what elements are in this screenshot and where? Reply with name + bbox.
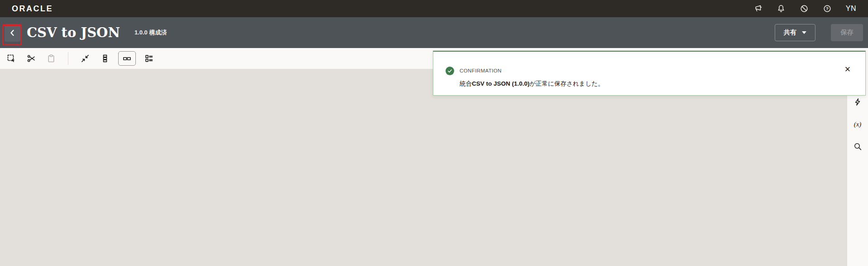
toolbar-divider — [68, 52, 68, 65]
search-icon[interactable] — [853, 141, 863, 151]
paste-icon[interactable] — [44, 52, 58, 65]
notifications-icon[interactable] — [777, 4, 786, 13]
integration-header: CSV to JSON 1.0.0 構成済 共有 保存 — [0, 17, 868, 48]
variables-icon[interactable]: (x) — [853, 119, 863, 129]
version-status-badge: 1.0.0 構成済 — [134, 29, 167, 37]
chevron-down-icon — [802, 31, 806, 34]
announcements-icon[interactable] — [753, 4, 762, 13]
cut-icon[interactable] — [24, 52, 38, 65]
topbar-actions: ? YN — [753, 4, 856, 13]
toast-message-prefix: 統合 — [460, 80, 472, 87]
share-button-label: 共有 — [784, 29, 796, 37]
collapse-nodes-icon[interactable] — [78, 52, 92, 65]
confirmation-toast: CONFIRMATION 統合CSV to JSON (1.0.0)が正常に保存… — [433, 51, 866, 96]
header-actions: 共有 保存 — [775, 24, 865, 41]
back-button[interactable] — [5, 24, 20, 42]
save-button[interactable]: 保存 — [831, 24, 863, 41]
flow-canvas[interactable]: スケジュール マップ ReadCSV — [0, 69, 868, 266]
marquee-select-icon[interactable] — [5, 52, 18, 65]
canvas-side-rail: (x) — [847, 69, 868, 266]
layout-vertical-icon[interactable] — [98, 52, 112, 65]
success-check-icon — [446, 67, 454, 75]
run-icon[interactable] — [853, 97, 863, 107]
toast-message-suffix: が正常に保存されました。 — [530, 80, 604, 87]
layout-list-icon[interactable] — [142, 52, 156, 65]
layout-horizontal-icon[interactable] — [118, 51, 136, 66]
chevron-left-icon — [8, 29, 17, 37]
toast-message-integration-name: CSV to JSON (1.0.0) — [472, 80, 530, 87]
page-title: CSV to JSON — [27, 25, 120, 40]
svg-text:?: ? — [826, 6, 829, 11]
top-app-bar: ORACLE ? YN — [0, 0, 868, 17]
toast-message: 統合CSV to JSON (1.0.0)が正常に保存されました。 — [460, 80, 604, 88]
share-button[interactable]: 共有 — [775, 24, 815, 41]
availability-icon[interactable] — [800, 4, 809, 13]
help-icon[interactable]: ? — [823, 4, 832, 13]
close-icon[interactable]: × — [842, 63, 854, 75]
oracle-logo: ORACLE — [12, 4, 53, 14]
toast-title: CONFIRMATION — [460, 68, 502, 73]
user-avatar[interactable]: YN — [846, 5, 856, 13]
